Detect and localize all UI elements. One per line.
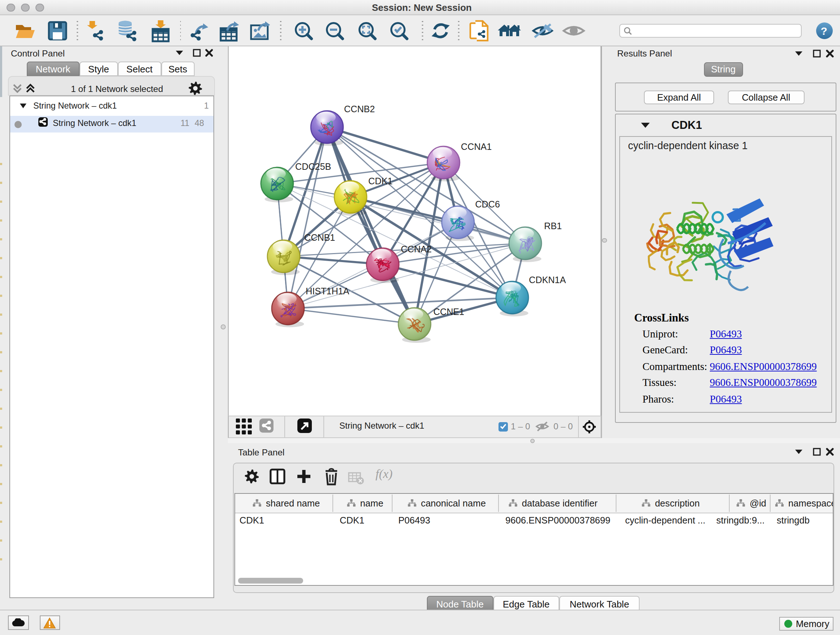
svg-text:@id: @id <box>750 498 766 508</box>
svg-text:name: name <box>360 498 384 508</box>
svg-text:namespace: namespace <box>788 498 833 508</box>
svg-text:CDKN1A: CDKN1A <box>529 274 566 285</box>
svg-text:CCNA1: CCNA1 <box>461 141 492 151</box>
svg-text:CDC25B: CDC25B <box>295 161 331 171</box>
svg-text:CDK1: CDK1 <box>368 176 393 186</box>
svg-text:HIST1H1A: HIST1H1A <box>306 286 349 296</box>
svg-text:description: description <box>655 498 699 508</box>
svg-text:database identifier: database identifier <box>522 498 598 508</box>
svg-text:canonical name: canonical name <box>421 498 486 508</box>
svg-text:CCNB1: CCNB1 <box>304 232 335 242</box>
svg-text:CCNB2: CCNB2 <box>344 103 375 114</box>
svg-text:CCNE1: CCNE1 <box>433 306 464 317</box>
svg-text:shared name: shared name <box>266 498 320 508</box>
svg-text:RB1: RB1 <box>544 220 562 231</box>
svg-text:CDC6: CDC6 <box>475 199 500 209</box>
svg-text:CCNA2: CCNA2 <box>401 244 431 254</box>
